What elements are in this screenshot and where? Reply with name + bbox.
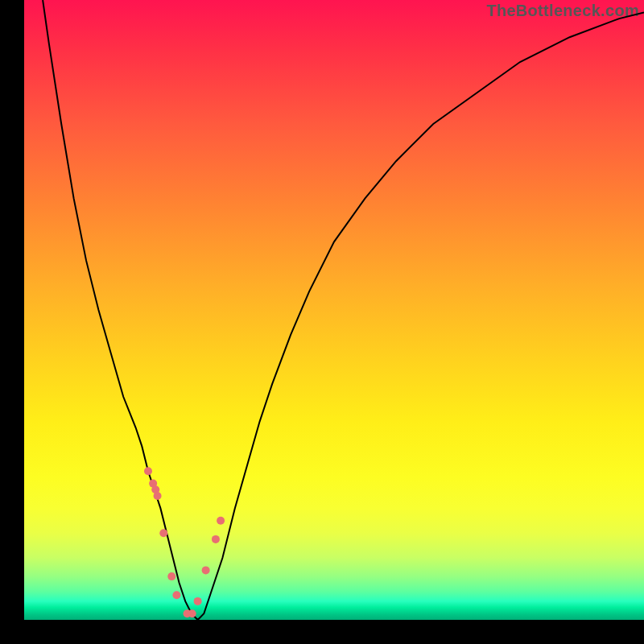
chart-svg	[0, 0, 644, 644]
bottleneck-curve	[43, 0, 644, 620]
highlighted-points	[148, 471, 221, 613]
